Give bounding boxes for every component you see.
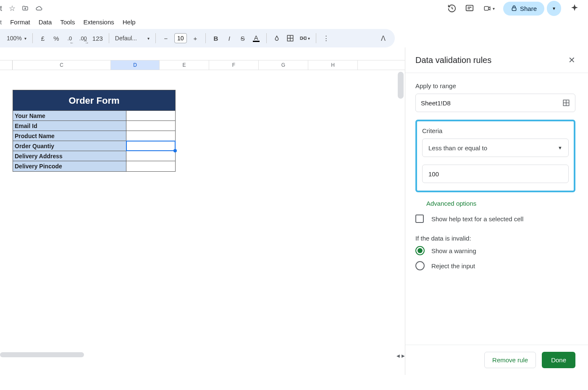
criteria-value-input[interactable]: 100 [422, 165, 569, 183]
currency-pound-button[interactable]: £ [37, 32, 49, 44]
panel-footer: Remove rule Done [405, 345, 588, 375]
range-value: Sheet1!D8 [421, 99, 451, 107]
horizontal-scrollbar[interactable] [0, 352, 405, 357]
font-size-input[interactable] [174, 33, 187, 43]
text-color-button[interactable]: A [250, 32, 262, 44]
spreadsheet-grid[interactable]: C D E F G H Order Form Your Name Email I… [0, 47, 405, 383]
comments-icon[interactable] [465, 4, 474, 13]
help-text-checkbox-label: Show help text for a selected cell [431, 215, 523, 222]
fill-color-button[interactable] [271, 32, 283, 44]
menu-help[interactable]: Help [123, 18, 136, 26]
svg-rect-2 [512, 8, 516, 11]
increase-decimal-button[interactable]: .00→ [77, 32, 89, 44]
label-product: Product Name [13, 131, 126, 141]
ai-spark-icon[interactable] [570, 3, 580, 13]
column-header-h[interactable]: H [308, 60, 358, 70]
menu-data[interactable]: Data [39, 18, 52, 26]
apply-to-range-label: Apply to range [415, 82, 575, 89]
remove-rule-button[interactable]: Remove rule [484, 352, 536, 368]
borders-button[interactable] [284, 32, 296, 44]
bold-button[interactable]: B [210, 32, 222, 44]
chevron-down-icon: ▼ [558, 145, 562, 150]
font-family-dropdown[interactable]: Defaul...▾ [113, 32, 151, 44]
share-label: Share [520, 5, 537, 12]
criteria-highlight-box: Criteria Less than or equal to ▼ 100 [415, 120, 575, 192]
radio-show-warning[interactable] [415, 246, 425, 255]
cell-product[interactable] [126, 131, 175, 141]
percent-button[interactable]: % [50, 32, 62, 44]
svg-rect-1 [484, 7, 488, 10]
number-format-button[interactable]: 123 [91, 32, 105, 44]
criteria-label: Criteria [422, 127, 569, 134]
order-form-region: Order Form Your Name Email Id Product Na… [13, 90, 176, 172]
column-header-f[interactable]: F [209, 60, 259, 70]
svg-rect-4 [300, 37, 302, 39]
toolbar: 100%▾ £ % .0← .00→ 123 Defaul...▾ − + B … [0, 29, 395, 47]
zoom-dropdown[interactable]: 100%▾ [5, 32, 28, 44]
label-pincode: Delivery Pincode [13, 161, 126, 171]
radio-reject-input[interactable] [415, 261, 425, 270]
done-button[interactable]: Done [542, 352, 575, 368]
invalid-data-label: If the data is invalid: [415, 235, 575, 242]
share-button[interactable]: Share [503, 2, 544, 16]
font-size-decrease[interactable]: − [160, 32, 172, 44]
cell-pincode[interactable] [126, 161, 175, 171]
vertical-scrollbar[interactable] [398, 70, 404, 364]
menu-bar: t Format Data Tools Extensions Help [0, 17, 588, 29]
collapse-toolbar-button[interactable]: ᐱ [377, 32, 390, 45]
doc-title-truncated: t [0, 4, 2, 13]
move-to-folder-icon[interactable] [21, 5, 29, 12]
close-icon[interactable]: ✕ [568, 55, 575, 65]
data-validation-panel: Data validation rules ✕ Apply to range S… [405, 47, 588, 375]
cell-quantity-selected[interactable] [126, 141, 175, 151]
criteria-selected-value: Less than or equal to [428, 144, 487, 152]
menu-extensions[interactable]: Extensions [83, 18, 114, 26]
column-header-c[interactable]: C [13, 60, 111, 70]
decrease-decimal-button[interactable]: .0← [64, 32, 76, 44]
merge-cells-button[interactable]: ▾ [298, 32, 312, 44]
range-input[interactable]: Sheet1!D8 [415, 94, 575, 112]
history-icon[interactable] [447, 4, 457, 13]
column-header-g[interactable]: G [259, 60, 308, 70]
criteria-dropdown[interactable]: Less than or equal to ▼ [422, 139, 569, 157]
italic-button[interactable]: I [223, 32, 235, 44]
advanced-options-button[interactable]: Advanced options [426, 200, 575, 207]
more-toolbar-button[interactable]: ⋮ [320, 32, 332, 44]
sheet-scroll-arrows[interactable]: ◀▶ [396, 353, 405, 358]
select-all-corner[interactable] [0, 60, 13, 70]
svg-rect-0 [466, 5, 473, 11]
cell-your-name[interactable] [126, 111, 175, 120]
cloud-status-icon[interactable] [35, 5, 43, 12]
menu-format[interactable]: Format [10, 18, 30, 26]
order-form-title: Order Form [13, 90, 175, 111]
cell-email[interactable] [126, 121, 175, 131]
strikethrough-button[interactable]: S [237, 32, 249, 44]
help-text-checkbox[interactable] [415, 215, 424, 223]
share-dropdown[interactable]: ▾ [547, 1, 561, 16]
radio-show-warning-label: Show a warning [431, 247, 476, 254]
label-address: Delivery Address [13, 151, 126, 161]
star-icon[interactable]: ☆ [9, 4, 16, 13]
svg-rect-5 [304, 37, 306, 39]
label-quantity: Order Quantiy [13, 141, 126, 151]
title-bar: t ☆ ▾ Share ▾ [0, 0, 588, 17]
column-headers: C D E F G H [0, 60, 405, 70]
menu-tools[interactable]: Tools [60, 18, 75, 26]
column-header-e[interactable]: E [160, 60, 209, 70]
label-your-name: Your Name [13, 111, 126, 120]
select-range-icon[interactable] [562, 99, 570, 107]
label-email: Email Id [13, 121, 126, 131]
column-header-d[interactable]: D [111, 60, 160, 70]
radio-reject-input-label: Reject the input [431, 262, 475, 270]
font-size-increase[interactable]: + [189, 32, 201, 44]
cell-address[interactable] [126, 151, 175, 161]
meet-icon[interactable]: ▾ [483, 5, 495, 12]
panel-title: Data validation rules [415, 55, 491, 65]
menu-truncated[interactable]: t [0, 18, 2, 26]
selection-handle[interactable] [173, 149, 177, 152]
